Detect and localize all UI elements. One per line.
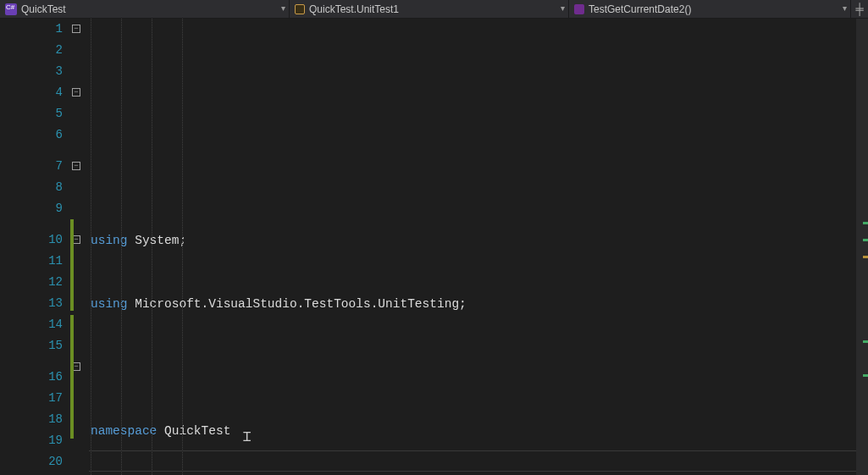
chevron-down-icon: ▾ (281, 3, 285, 13)
fold-toggle[interactable]: − (72, 25, 80, 33)
code-area[interactable]: Ꮖ using System; using Microsoft.VisualSt… (89, 19, 868, 475)
code-line[interactable]: using Microsoft.VisualStudio.TestTools.U… (91, 294, 868, 315)
chevron-down-icon: ▾ (561, 3, 565, 13)
line-number: 17 (0, 388, 63, 409)
code-editor[interactable]: 1 2 3 4 5 6 7 8 9 10 11 12 13 14 15 16 1… (0, 19, 868, 475)
nav-project-dropdown[interactable]: QuickTest ▾ (0, 0, 290, 18)
line-number: 16 (0, 356, 63, 388)
line-number: 5 (0, 103, 63, 124)
nav-class-dropdown[interactable]: QuickTest.UnitTest1 ▾ (290, 0, 569, 18)
line-number-gutter: 1 2 3 4 5 6 7 8 9 10 11 12 13 14 15 16 1… (0, 19, 70, 475)
line-number: 2 (0, 40, 63, 61)
code-line[interactable]: using System; (91, 230, 868, 251)
nav-method-label: TestGetCurrentDate2() (589, 3, 691, 15)
line-number: 19 (0, 430, 63, 451)
line-number: 10 (0, 219, 63, 251)
line-number: 9 (0, 198, 63, 219)
line-number: 3 (0, 61, 63, 82)
line-number: 20 (0, 451, 63, 472)
line-number: 11 (0, 251, 63, 272)
fold-toggle[interactable]: − (72, 162, 80, 170)
line-number: 14 (0, 314, 63, 335)
nav-project-label: QuickTest (21, 3, 66, 15)
fold-toggle[interactable]: − (72, 88, 80, 97)
navigation-bar: QuickTest ▾ QuickTest.UnitTest1 ▾ TestGe… (0, 0, 868, 19)
class-icon (295, 4, 305, 14)
outline-margin: − − − − − (70, 19, 89, 475)
change-marker (70, 315, 74, 439)
line-number: 4 (0, 82, 63, 103)
nav-method-dropdown[interactable]: TestGetCurrentDate2() ▾ (569, 0, 851, 18)
line-number: 8 (0, 177, 63, 198)
chevron-down-icon: ▾ (843, 3, 847, 13)
code-line[interactable]: namespace QuickTest (91, 421, 868, 442)
method-icon (574, 4, 584, 14)
line-number: 18 (0, 409, 63, 430)
vertical-scrollbar[interactable] (856, 19, 868, 475)
line-number: 12 (0, 272, 63, 293)
line-number: 13 (0, 293, 63, 314)
split-view-button[interactable]: ╪ (851, 3, 868, 15)
csharp-icon (5, 3, 17, 15)
line-number: 7 (0, 146, 63, 177)
line-number: 6 (0, 124, 63, 146)
line-number: 1 (0, 19, 63, 40)
nav-class-label: QuickTest.UnitTest1 (309, 3, 399, 15)
code-line[interactable] (91, 357, 868, 378)
change-marker (70, 219, 74, 311)
current-line-highlight (89, 450, 856, 472)
line-number: 15 (0, 335, 63, 356)
